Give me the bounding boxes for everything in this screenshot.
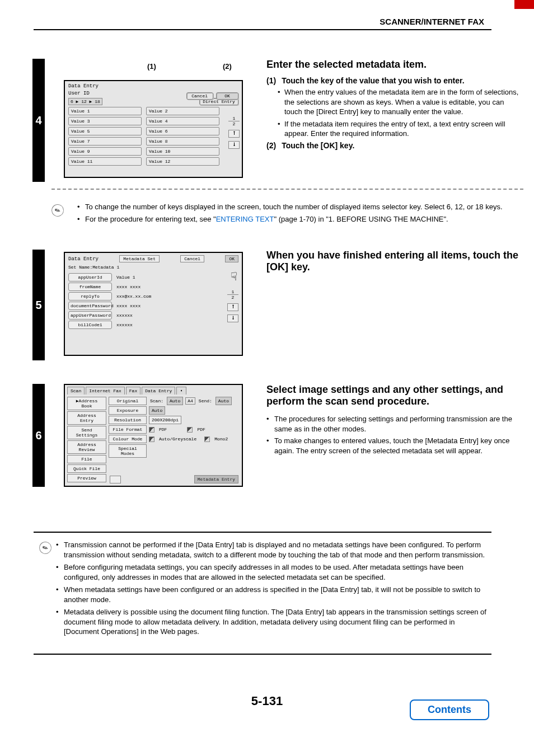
step6-heading: Select image settings and any other sett…: [266, 384, 521, 407]
step-4-number: 4: [32, 59, 45, 182]
address-book-button[interactable]: ▶Address Book: [67, 397, 106, 410]
prop-key[interactable]: appUserPassword: [68, 311, 112, 320]
prop-key[interactable]: fromName: [68, 283, 112, 291]
bottom-note: Transmission cannot be performed if the …: [56, 537, 490, 640]
page-down-button[interactable]: 🠗: [227, 314, 238, 322]
fileformat-key[interactable]: File Format: [109, 425, 147, 434]
metadata-set-button[interactable]: Metadata Set: [119, 255, 160, 262]
note-icon: ✎: [49, 202, 65, 218]
prop-val: xxxxxx: [116, 313, 133, 318]
header-title: SCANNER/INTERNET FAX: [0, 17, 490, 26]
a4-indicator: A4: [185, 397, 195, 405]
step4-heading: Enter the selected metadata item.: [266, 59, 521, 71]
prop-val: xxxxxx: [116, 322, 133, 327]
tab-scan[interactable]: Scan: [67, 387, 85, 395]
touch-hand-icon: ☟: [231, 270, 237, 284]
resolution-key[interactable]: Resolution: [109, 416, 147, 424]
page-up-button[interactable]: 🠕: [227, 303, 238, 311]
exposure-auto[interactable]: Auto: [149, 406, 165, 415]
address-entry-button[interactable]: Address Entry: [67, 411, 106, 425]
metadata-entry-button[interactable]: Metadata Entry: [194, 475, 238, 483]
note-b2b: " (page 1-70) in "1. BEFORE USING THE MA…: [274, 215, 448, 223]
step4-bullet2: If the metadata item requires the entry …: [266, 119, 521, 139]
step-6-number: 6: [32, 384, 45, 487]
cancel-button[interactable]: Cancel: [186, 92, 213, 100]
panel-step6: Scan Internet Fax Fax Data Entry ➧ ▶Addr…: [64, 384, 243, 487]
value-key[interactable]: Value 10: [146, 147, 219, 156]
page-current: 1: [227, 289, 238, 295]
prop-key[interactable]: appUserId: [68, 273, 112, 281]
value-key[interactable]: Value 12: [146, 157, 219, 166]
mono2: Mono2: [213, 436, 229, 442]
prop-val: xxxx xxxx: [116, 303, 140, 308]
bn3: When metadata settings have been configu…: [56, 585, 490, 604]
step4-text: Enter the selected metadata item. (1)Tou…: [266, 59, 521, 152]
send-settings-button[interactable]: Send Settings: [67, 426, 106, 439]
value-key[interactable]: Value 4: [146, 117, 219, 125]
file-button[interactable]: File: [67, 455, 106, 463]
cancel-button[interactable]: Cancel: [180, 255, 204, 262]
value-key[interactable]: Value 6: [146, 127, 219, 135]
value-key[interactable]: Value 3: [68, 117, 142, 125]
specialmodes-key[interactable]: Special Modes: [109, 444, 147, 458]
ok-button[interactable]: OK: [216, 92, 238, 100]
book-icon[interactable]: [110, 476, 121, 483]
panel-step5: Data Entry Metadata Set Cancel OK Set Na…: [64, 252, 243, 356]
value-key[interactable]: Value 8: [146, 137, 219, 145]
step-5-number: 5: [32, 250, 45, 360]
address-review-button[interactable]: Address Review: [67, 440, 106, 454]
bn4: Metadata delivery is possible using the …: [56, 607, 490, 637]
pdf1: PDF: [158, 427, 168, 432]
step6-text: Select image settings and any other sett…: [266, 384, 521, 458]
step5-text: When you have finished entering all item…: [266, 250, 521, 279]
colour-icon: [149, 436, 154, 442]
tab-more[interactable]: ➧: [176, 387, 186, 395]
file-icon: [187, 427, 193, 433]
sub2-text: Touch the [OK] key.: [282, 141, 354, 150]
prop-key[interactable]: replyTo: [68, 292, 112, 300]
display-count-selector[interactable]: 6 ▶ 12 ▶ 18: [68, 98, 102, 105]
ok-button[interactable]: OK: [225, 255, 238, 262]
value-key[interactable]: Value 1: [68, 107, 142, 115]
exposure-key[interactable]: Exposure: [109, 406, 147, 415]
set-name: Set Name:Metadata 1: [65, 264, 242, 271]
value-key[interactable]: Value 2: [146, 107, 219, 115]
tab-fax[interactable]: Fax: [126, 387, 140, 395]
scan-auto[interactable]: Auto: [167, 397, 183, 405]
send-label: Send:: [198, 398, 213, 403]
page-up-button[interactable]: 🠕: [228, 130, 240, 138]
scan-label: Scan:: [149, 398, 165, 403]
prop-key[interactable]: documentPassword: [68, 302, 112, 310]
value-key[interactable]: Value 5: [68, 127, 142, 135]
send-auto[interactable]: Auto: [216, 397, 232, 405]
callout-2: (2): [223, 62, 232, 71]
preview-button[interactable]: Preview: [67, 474, 106, 482]
quick-file-button[interactable]: Quick File: [67, 464, 106, 473]
prop-val: Value 1: [116, 275, 135, 280]
entering-text-link[interactable]: ENTERING TEXT: [216, 215, 274, 223]
step4-note: To change the number of keys displayed i…: [77, 200, 522, 226]
page-total: 2: [227, 295, 238, 300]
value-key[interactable]: Value 7: [68, 137, 142, 145]
pdf2: PDF: [196, 427, 206, 432]
rule-top: [34, 532, 491, 533]
tab-data-entry[interactable]: Data Entry: [142, 387, 175, 395]
prop-val: xxxx xxxx: [116, 284, 140, 289]
value-key[interactable]: Value 11: [68, 157, 142, 166]
header-rule: [34, 29, 491, 30]
page-down-button[interactable]: 🠗: [228, 141, 240, 149]
value-key[interactable]: Value 9: [68, 147, 142, 156]
panel5-tab: Data Entry: [68, 256, 99, 262]
prop-key[interactable]: billCode1: [68, 321, 112, 329]
step6-b2: To make changes to entered values, touch…: [266, 436, 521, 456]
colourmode-key[interactable]: Colour Mode: [109, 435, 147, 443]
step6-b1: The procedures for selecting settings an…: [266, 414, 521, 434]
autogrey: Auto/Greyscale: [158, 436, 198, 442]
contents-button[interactable]: Contents: [410, 699, 489, 720]
panel4-title: Data Entry: [68, 83, 238, 89]
original-key[interactable]: Original: [109, 397, 147, 405]
resolution-val: 200X200dpi: [149, 416, 181, 424]
dashed-separator: [51, 189, 523, 190]
tab-ifax[interactable]: Internet Fax: [86, 387, 125, 395]
rule-bottom: [34, 654, 491, 655]
